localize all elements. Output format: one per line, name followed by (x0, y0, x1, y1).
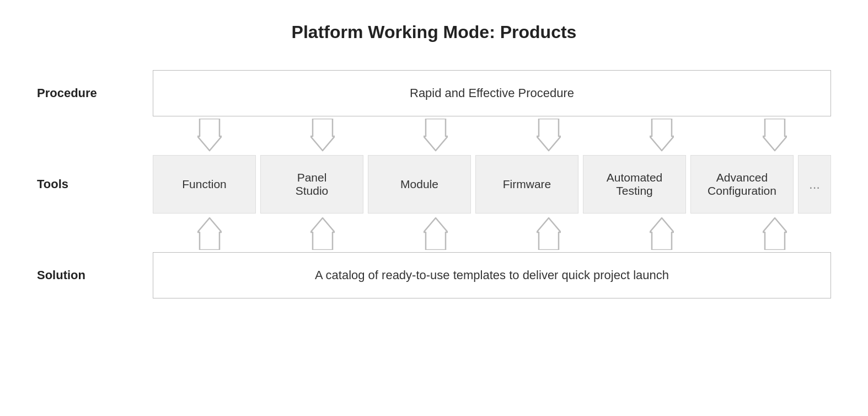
svg-marker-4 (650, 119, 674, 151)
tool-firmware[interactable]: Firmware (475, 155, 578, 214)
down-arrow-6 (718, 116, 831, 155)
solution-row: Solution A catalog of ready-to-use templ… (37, 252, 831, 298)
up-arrow-1 (153, 214, 266, 252)
svg-marker-9 (537, 218, 561, 250)
tools-label: Tools (37, 177, 153, 191)
tool-more[interactable]: ... (798, 155, 831, 214)
svg-marker-0 (197, 119, 222, 151)
down-arrow-3 (379, 116, 492, 155)
svg-marker-2 (424, 119, 448, 151)
up-arrow-4 (492, 214, 605, 252)
down-arrow-1 (153, 116, 266, 155)
procedure-content: Rapid and Effective Procedure (153, 70, 831, 116)
svg-marker-5 (763, 119, 787, 151)
up-arrows-row (37, 214, 831, 252)
svg-marker-6 (197, 218, 222, 250)
tool-advanced-configuration[interactable]: AdvancedConfiguration (690, 155, 794, 214)
diagram: Procedure Rapid and Effective Procedure (37, 70, 831, 298)
tools-grid: Function PanelStudio Module Firmware Aut… (153, 155, 831, 214)
svg-marker-11 (763, 218, 787, 250)
up-arrow-5 (605, 214, 718, 252)
tool-panel-studio[interactable]: PanelStudio (260, 155, 363, 214)
svg-marker-10 (650, 218, 674, 250)
up-arrow-6 (718, 214, 831, 252)
solution-box: A catalog of ready-to-use templates to d… (153, 252, 831, 298)
down-arrow-2 (266, 116, 379, 155)
tool-module[interactable]: Module (368, 155, 471, 214)
solution-label: Solution (37, 268, 153, 282)
up-arrow-2 (266, 214, 379, 252)
procedure-label: Procedure (37, 86, 153, 100)
up-arrow-3 (379, 214, 492, 252)
tools-row: Tools Function PanelStudio Module Firmwa… (37, 155, 831, 214)
svg-marker-8 (424, 218, 448, 250)
down-arrows-row (37, 116, 831, 155)
svg-marker-3 (537, 119, 561, 151)
procedure-box: Rapid and Effective Procedure (153, 70, 831, 116)
tool-automated-testing[interactable]: AutomatedTesting (583, 155, 686, 214)
svg-marker-7 (310, 218, 335, 250)
procedure-row: Procedure Rapid and Effective Procedure (37, 70, 831, 116)
down-arrow-5 (605, 116, 718, 155)
down-arrow-4 (492, 116, 605, 155)
page-title: Platform Working Mode: Products (292, 22, 577, 42)
solution-content: A catalog of ready-to-use templates to d… (153, 252, 831, 298)
tool-function[interactable]: Function (153, 155, 256, 214)
svg-marker-1 (310, 119, 335, 151)
